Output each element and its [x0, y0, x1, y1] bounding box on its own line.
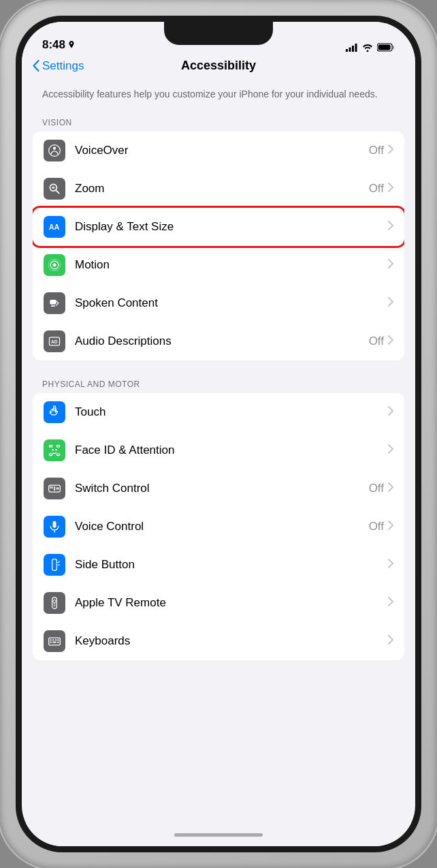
svg-rect-38	[50, 639, 52, 640]
svg-text:AA: AA	[49, 223, 60, 231]
section-header-vision: VISION	[22, 112, 415, 131]
location-icon	[68, 41, 75, 49]
row-icon-touch	[44, 401, 65, 423]
chevron-icon-face-id-attention	[388, 444, 393, 456]
svg-rect-40	[55, 639, 57, 640]
row-icon-audio-descriptions: AD	[44, 330, 65, 352]
row-icon-zoom	[44, 178, 65, 200]
svg-rect-43	[52, 641, 56, 642]
row-wrapper-apple-tv-remote: Apple TV Remote	[33, 584, 404, 622]
svg-rect-29	[56, 487, 59, 489]
svg-rect-44	[57, 641, 59, 642]
row-wrapper-spoken-content: Spoken Content	[33, 284, 404, 322]
chevron-icon-touch	[388, 406, 393, 418]
svg-point-34	[53, 600, 56, 602]
row-wrapper-voiceover: VoiceOverOff	[33, 131, 404, 170]
status-icons	[346, 43, 395, 52]
settings-row-switch-control[interactable]: Switch ControlOff	[33, 469, 404, 508]
row-label-face-id-attention: Face ID & Attention	[75, 444, 388, 457]
svg-rect-21	[56, 445, 59, 447]
row-icon-apple-tv-remote	[44, 592, 65, 614]
page-title: Accessibility	[181, 59, 256, 73]
back-chevron-icon	[33, 60, 39, 72]
svg-rect-28	[54, 486, 55, 491]
svg-rect-36	[54, 605, 56, 606]
chevron-icon-voice-control	[388, 521, 393, 532]
settings-group-physical-motor: TouchFace ID & AttentionSwitch ControlOf…	[33, 393, 404, 660]
chevron-icon-side-button	[388, 559, 393, 570]
svg-rect-2	[352, 46, 354, 52]
home-bar	[174, 833, 263, 837]
row-icon-display-text-size: AA	[44, 216, 65, 238]
row-value-audio-descriptions: Off	[369, 335, 384, 348]
settings-row-keyboards[interactable]: Keyboards	[33, 622, 404, 660]
svg-rect-22	[50, 454, 52, 456]
chevron-icon-switch-control	[388, 482, 393, 494]
chevron-icon-display-text-size	[388, 221, 393, 232]
row-label-motion: Motion	[75, 258, 388, 272]
svg-point-8	[53, 146, 56, 149]
row-wrapper-touch: Touch	[33, 393, 404, 431]
settings-row-display-text-size[interactable]: AADisplay & Text Size	[33, 208, 404, 246]
row-value-switch-control: Off	[369, 482, 384, 495]
svg-rect-32	[52, 559, 57, 570]
row-label-side-button: Side Button	[75, 558, 388, 572]
settings-row-motion[interactable]: Motion	[33, 246, 404, 284]
signal-icon	[346, 44, 358, 52]
chevron-icon-spoken-content	[388, 297, 393, 309]
settings-row-apple-tv-remote[interactable]: Apple TV Remote	[33, 584, 404, 622]
settings-row-audio-descriptions[interactable]: ADAudio DescriptionsOff	[33, 322, 404, 360]
settings-row-touch[interactable]: Touch	[33, 393, 404, 431]
svg-rect-1	[349, 47, 351, 52]
phone-frame: 8:48	[0, 0, 437, 868]
wifi-icon	[362, 44, 373, 52]
svg-rect-23	[56, 454, 59, 456]
svg-rect-35	[54, 603, 56, 604]
row-icon-keyboards	[44, 630, 65, 652]
row-label-keyboards: Keyboards	[75, 634, 388, 648]
row-wrapper-switch-control: Switch ControlOff	[33, 469, 404, 508]
row-value-zoom: Off	[369, 182, 384, 196]
settings-row-spoken-content[interactable]: Spoken Content	[33, 284, 404, 322]
row-label-audio-descriptions: Audio Descriptions	[75, 335, 369, 348]
svg-rect-3	[355, 44, 357, 52]
status-time: 8:48	[42, 38, 75, 52]
row-label-zoom: Zoom	[75, 182, 369, 196]
svg-point-7	[49, 144, 61, 156]
row-icon-voice-control	[44, 516, 65, 538]
settings-row-voice-control[interactable]: Voice ControlOff	[33, 508, 404, 546]
chevron-icon-zoom	[388, 183, 393, 194]
svg-rect-0	[346, 49, 348, 52]
settings-row-voiceover[interactable]: VoiceOverOff	[33, 131, 404, 170]
row-wrapper-motion: Motion	[33, 246, 404, 284]
settings-row-zoom[interactable]: ZoomOff	[33, 170, 404, 208]
row-wrapper-side-button: Side Button	[33, 546, 404, 584]
row-wrapper-keyboards: Keyboards	[33, 622, 404, 660]
row-label-display-text-size: Display & Text Size	[75, 220, 388, 234]
notch	[164, 22, 273, 45]
settings-group-vision: VoiceOverOffZoomOffAADisplay & Text Size…	[33, 131, 404, 360]
svg-rect-41	[57, 639, 59, 640]
svg-line-10	[56, 190, 59, 193]
description-text: Accessibility features help you customiz…	[22, 80, 415, 112]
row-value-voice-control: Off	[369, 520, 384, 533]
svg-rect-30	[53, 521, 56, 527]
svg-rect-42	[50, 641, 52, 642]
row-icon-switch-control	[44, 478, 65, 499]
settings-row-face-id-attention[interactable]: Face ID & Attention	[33, 431, 404, 469]
section-header-physical-motor: PHYSICAL AND MOTOR	[22, 374, 415, 393]
svg-rect-6	[378, 45, 391, 50]
chevron-icon-keyboards	[388, 635, 393, 647]
row-icon-spoken-content	[44, 292, 65, 314]
row-value-voiceover: Off	[369, 144, 384, 157]
svg-point-25	[55, 449, 57, 451]
time-text: 8:48	[42, 38, 65, 52]
battery-icon	[377, 43, 395, 52]
sections-container: VISIONVoiceOverOffZoomOffAADisplay & Tex…	[22, 112, 415, 660]
settings-row-side-button[interactable]: Side Button	[33, 546, 404, 584]
screen: 8:48	[22, 22, 415, 846]
svg-text:AD: AD	[51, 339, 58, 344]
row-icon-voiceover	[44, 140, 65, 161]
back-button[interactable]: Settings	[33, 59, 84, 73]
svg-rect-17	[51, 305, 55, 307]
